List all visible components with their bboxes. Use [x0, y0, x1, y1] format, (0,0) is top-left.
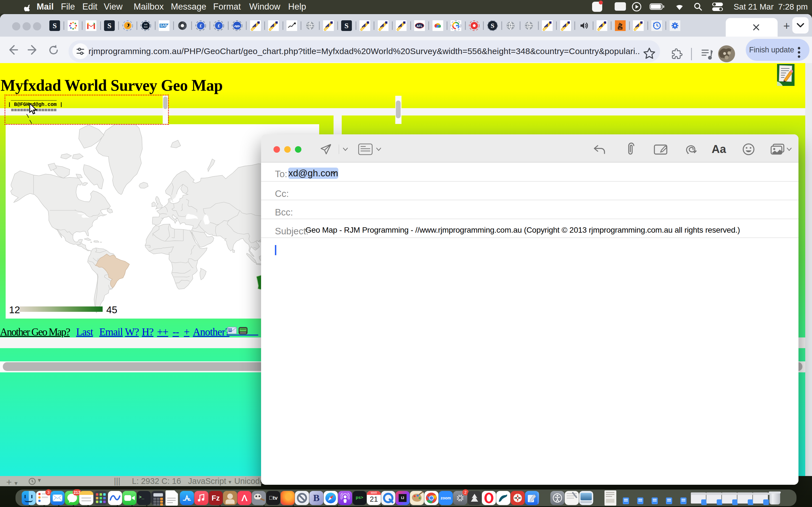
svg-text:SAP: SAP: [160, 24, 167, 27]
svg-text:₤: ₤: [217, 23, 220, 28]
svg-text:₤: ₤: [199, 23, 202, 28]
svg-text:brit: brit: [144, 23, 147, 25]
svg-text:S: S: [107, 22, 111, 30]
svg-text:AFL: AFL: [416, 24, 423, 27]
svg-text:box: box: [144, 25, 148, 28]
svg-text:S: S: [491, 22, 494, 29]
svg-text:S: S: [53, 22, 57, 30]
svg-text:S: S: [345, 22, 349, 30]
